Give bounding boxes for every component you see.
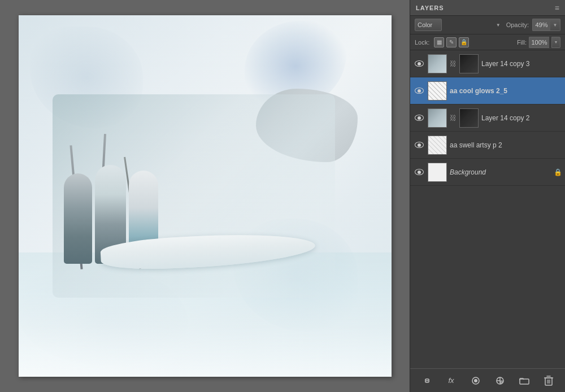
panel-footer: fx (410, 368, 565, 392)
fill-input[interactable] (529, 37, 549, 48)
lock-all-button[interactable]: 🔒 (459, 37, 469, 47)
add-adjustment-button[interactable] (493, 374, 507, 387)
create-group-button[interactable] (518, 374, 531, 387)
layer-thumb-light-checker (428, 136, 446, 154)
layer-thumbnail (428, 81, 447, 101)
opacity-group: ▼ (532, 19, 560, 31)
link-icon (422, 377, 432, 385)
layer-thumb-photo (428, 55, 446, 73)
layer-thumbnail (428, 163, 447, 182)
layer-thumb-checker (428, 82, 446, 100)
layer-chain-icon: ⛓ (450, 114, 457, 122)
layer-chain-icon: ⛓ (450, 60, 457, 68)
canvas-frame (19, 15, 392, 377)
layer-name: Layer 14 copy 2 (481, 114, 562, 122)
delete-layer-button[interactable] (542, 374, 555, 387)
eye-icon (415, 60, 424, 67)
lock-icons: ▦ ✎ 🔒 (434, 37, 469, 47)
layer-item[interactable]: aa cool glows 2_5 (410, 77, 565, 104)
canvas-image (19, 15, 392, 377)
layers-panel: LAYERS ≡ Color Normal Multiply Screen Ov… (410, 0, 565, 392)
delete-icon (544, 376, 553, 386)
layer-item[interactable]: ⛓ Layer 14 copy 3 (410, 50, 565, 77)
layer-item[interactable]: aa swell artsy p 2 (410, 132, 565, 159)
layer-thumb-dark (460, 109, 478, 127)
group-icon (519, 377, 529, 385)
layer-visibility-toggle[interactable] (414, 58, 425, 69)
eye-icon (415, 142, 424, 148)
eye-icon (415, 115, 424, 121)
canvas-area (0, 0, 410, 392)
layer-visibility-toggle[interactable] (414, 85, 425, 97)
blend-mode-wrapper: Color Normal Multiply Screen Overlay ▼ (415, 19, 503, 31)
lock-position-button[interactable]: ✎ (446, 37, 457, 47)
blend-mode-select[interactable]: Color Normal Multiply Screen Overlay (415, 19, 442, 31)
add-layer-style-button[interactable]: fx (445, 374, 458, 387)
opacity-label: Opacity: (506, 21, 529, 28)
svg-rect-3 (520, 379, 529, 384)
panel-header: LAYERS ≡ (410, 0, 565, 16)
layer-visibility-toggle[interactable] (414, 112, 425, 124)
background-lock-icon: 🔒 (554, 168, 562, 176)
fill-group: Fill: ▼ (517, 37, 560, 48)
layer-item[interactable]: ⛓ Layer 14 copy 2 (410, 104, 565, 132)
opacity-input[interactable] (532, 19, 550, 31)
layer-visibility-toggle[interactable] (414, 140, 425, 151)
layer-thumbnail (428, 54, 447, 73)
layer-visibility-toggle[interactable] (414, 167, 425, 178)
eye-icon (415, 88, 424, 94)
link-layers-button[interactable] (420, 374, 434, 387)
adjustment-icon (496, 376, 505, 385)
layer-item[interactable]: Background 🔒 (410, 159, 565, 186)
layers-list: ⛓ Layer 14 copy 3 aa cool glows 2_5 (410, 50, 565, 368)
fill-label: Fill: (517, 39, 527, 46)
layer-thumbnail (428, 108, 447, 128)
eye-icon (415, 169, 424, 175)
layer-name: Background (450, 168, 551, 176)
layer-name: aa cool glows 2_5 (450, 87, 562, 95)
fx-label: fx (448, 376, 454, 385)
layer-thumbnail (428, 136, 447, 155)
panel-menu-icon[interactable]: ≡ (555, 3, 559, 12)
blend-select-arrow-icon: ▼ (496, 23, 501, 28)
svg-point-1 (474, 379, 477, 382)
lock-row: Lock: ▦ ✎ 🔒 Fill: ▼ (410, 34, 565, 50)
fill-arrow-icon[interactable]: ▼ (551, 37, 560, 48)
lock-pixels-button[interactable]: ▦ (434, 37, 444, 47)
blend-mode-row: Color Normal Multiply Screen Overlay ▼ O… (410, 16, 565, 34)
layer-name: aa swell artsy p 2 (450, 141, 562, 149)
person-1 (64, 173, 92, 264)
mask-icon (471, 376, 480, 385)
add-mask-button[interactable] (469, 374, 483, 387)
layer-thumb-dark (460, 55, 478, 73)
layer-thumb-photo (428, 109, 446, 127)
lock-label: Lock: (415, 39, 429, 46)
panel-title: LAYERS (416, 5, 444, 11)
layer-thumb-white (428, 163, 446, 181)
layer-name: Layer 14 copy 3 (481, 60, 562, 68)
opacity-arrow-icon[interactable]: ▼ (550, 19, 560, 31)
layer-mask-thumbnail (459, 54, 479, 73)
layer-mask-thumbnail (459, 108, 479, 128)
